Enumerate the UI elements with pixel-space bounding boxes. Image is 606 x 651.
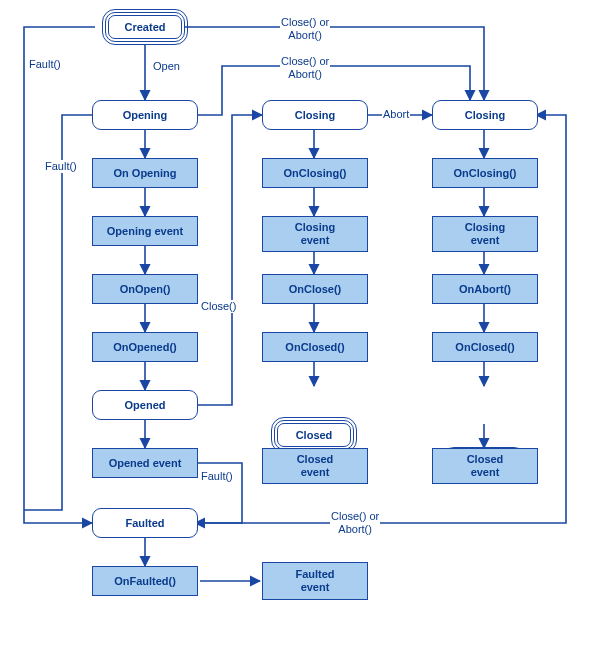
action-on-abort: OnAbort() bbox=[432, 274, 538, 304]
state-opening: Opening bbox=[92, 100, 198, 130]
label: Opening event bbox=[107, 225, 183, 238]
action-on-closing-close: OnClosing() bbox=[262, 158, 368, 188]
label: Closed event bbox=[297, 453, 334, 478]
action-on-opened: OnOpened() bbox=[92, 332, 198, 362]
action-closing-event-close: Closing event bbox=[262, 216, 368, 252]
label: Closing bbox=[465, 109, 505, 122]
state-created: Created bbox=[105, 12, 185, 42]
label: OnClosed() bbox=[285, 341, 344, 354]
action-opening-event: Opening event bbox=[92, 216, 198, 246]
label: Created bbox=[125, 21, 166, 34]
action-on-close: OnClose() bbox=[262, 274, 368, 304]
state-closing-close: Closing bbox=[262, 100, 368, 130]
state-closed-close: Closed bbox=[274, 420, 354, 450]
action-on-closed-close: OnClosed() bbox=[262, 332, 368, 362]
label: OnOpen() bbox=[120, 283, 171, 296]
label: OnAbort() bbox=[459, 283, 511, 296]
label: OnClosed() bbox=[455, 341, 514, 354]
flow-lines bbox=[0, 0, 606, 651]
action-faulted-event: Faulted event bbox=[262, 562, 368, 600]
edge-close-abort-opening: Close() or Abort() bbox=[280, 55, 330, 80]
edge-abort-closing: Abort bbox=[382, 108, 410, 121]
label: Closed bbox=[296, 429, 333, 442]
edge-fault-created: Fault() bbox=[28, 58, 62, 71]
edge-open: Open bbox=[152, 60, 181, 73]
label: OnClosing() bbox=[284, 167, 347, 180]
label: Opened event bbox=[109, 457, 182, 470]
action-on-open: OnOpen() bbox=[92, 274, 198, 304]
action-closing-event-abort: Closing event bbox=[432, 216, 538, 252]
action-closed-event-abort: Closed event bbox=[432, 448, 538, 484]
label: Faulted bbox=[125, 517, 164, 530]
label: Closing bbox=[295, 109, 335, 122]
label: Closing event bbox=[465, 221, 505, 246]
action-closed-event-close: Closed event bbox=[262, 448, 368, 484]
edge-close-abort-faulted: Close() or Abort() bbox=[330, 510, 380, 535]
label: Closed event bbox=[467, 453, 504, 478]
action-on-opening: On Opening bbox=[92, 158, 198, 188]
state-opened: Opened bbox=[92, 390, 198, 420]
state-closing-abort: Closing bbox=[432, 100, 538, 130]
label: OnClose() bbox=[289, 283, 342, 296]
label: OnFaulted() bbox=[114, 575, 176, 588]
edge-close-abort-created: Close() or Abort() bbox=[280, 16, 330, 41]
edge-fault-opened: Fault() bbox=[200, 470, 234, 483]
action-on-closed-abort: OnClosed() bbox=[432, 332, 538, 362]
edge-close-opened: Close() bbox=[200, 300, 237, 313]
label: Faulted event bbox=[295, 568, 334, 593]
edge-fault-opening: Fault() bbox=[44, 160, 78, 173]
label: Opened bbox=[125, 399, 166, 412]
label: OnClosing() bbox=[454, 167, 517, 180]
label: Opening bbox=[123, 109, 168, 122]
state-faulted: Faulted bbox=[92, 508, 198, 538]
label: OnOpened() bbox=[113, 341, 177, 354]
label: On Opening bbox=[114, 167, 177, 180]
action-opened-event: Opened event bbox=[92, 448, 198, 478]
label: Closing event bbox=[295, 221, 335, 246]
action-on-closing-abort: OnClosing() bbox=[432, 158, 538, 188]
action-on-faulted: OnFaulted() bbox=[92, 566, 198, 596]
